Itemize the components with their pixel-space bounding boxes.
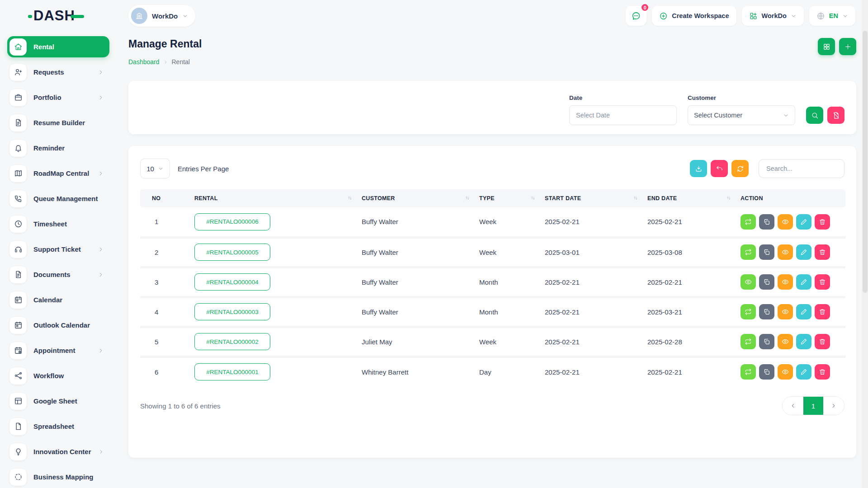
sidebar-item-resume-builder[interactable]: Resume Builder	[7, 112, 109, 133]
action-pencil-button[interactable]	[796, 214, 811, 230]
date-filter-input[interactable]	[569, 105, 677, 125]
rental-id-badge[interactable]: #RENTALO000002	[194, 333, 270, 350]
app-switcher-button[interactable]: WorkDo	[742, 6, 804, 26]
sort-icon[interactable]	[726, 195, 732, 202]
action-pencil-button[interactable]	[796, 334, 811, 349]
language-selector[interactable]: EN	[809, 6, 855, 26]
sidebar-item-timesheet[interactable]: Timesheet	[7, 213, 109, 235]
sidebar-item-label: Queue Management	[33, 195, 98, 202]
action-repeat-button[interactable]	[741, 244, 756, 260]
customer-filter-select[interactable]: Select Customer	[688, 105, 795, 125]
action-eye-button[interactable]	[778, 364, 793, 380]
column-header-end-date: END DATE	[647, 189, 741, 207]
table-search-input[interactable]	[759, 159, 844, 178]
pencil-icon	[800, 218, 807, 225]
action-pencil-button[interactable]	[796, 304, 811, 319]
rental-id-badge[interactable]: #RENTALO000001	[194, 363, 270, 380]
action-copy-button[interactable]	[759, 364, 774, 380]
row-actions	[741, 334, 845, 349]
create-workspace-button[interactable]: Create Workspace	[652, 6, 736, 26]
action-eye-button[interactable]	[741, 274, 756, 290]
action-pencil-button[interactable]	[796, 244, 811, 260]
sidebar-item-calendar[interactable]: Calendar	[7, 289, 109, 310]
rental-id-badge[interactable]: #RENTALO000003	[194, 303, 270, 320]
table-row: 6 #RENTALO000001 Whitney Barrett Day 202…	[140, 357, 845, 386]
action-repeat-button[interactable]	[741, 334, 756, 349]
action-repeat-button[interactable]	[741, 304, 756, 319]
undo-button[interactable]	[711, 160, 728, 177]
sidebar-item-roadmap-central[interactable]: RoadMap Central	[7, 163, 109, 184]
create-workspace-label: Create Workspace	[672, 12, 729, 19]
sidebar-item-google-sheet[interactable]: Google Sheet	[7, 390, 109, 412]
sidebar-item-requests[interactable]: Requests	[7, 61, 109, 83]
export-button[interactable]	[690, 160, 707, 177]
type-cell: Week	[479, 207, 545, 237]
action-pencil-button[interactable]	[796, 274, 811, 290]
column-header-start-date: START DATE	[545, 189, 647, 207]
sidebar-item-innovation-center[interactable]: Innovation Center	[7, 441, 109, 462]
action-copy-button[interactable]	[759, 244, 774, 260]
rental-id-badge[interactable]: #RENTALO000005	[194, 244, 270, 261]
action-copy-button[interactable]	[759, 274, 774, 290]
sort-icon[interactable]	[347, 195, 354, 202]
action-pencil-button[interactable]	[796, 364, 811, 380]
customer-cell: Buffy Walter	[362, 267, 479, 297]
app-logo[interactable]: DASH	[7, 0, 109, 32]
clear-filter-button[interactable]	[827, 107, 844, 124]
action-eye-button[interactable]	[778, 244, 793, 260]
action-eye-button[interactable]	[778, 304, 793, 319]
end-date-cell: 2025-02-21	[647, 267, 741, 297]
bell-icon	[9, 140, 27, 157]
sidebar-item-outlook-calendar[interactable]: Outlook Calendar	[7, 314, 109, 336]
action-trash-button[interactable]	[815, 244, 830, 260]
customer-cell: Buffy Walter	[362, 297, 479, 327]
action-trash-button[interactable]	[815, 334, 830, 349]
sidebar-item-portfolio[interactable]: Portfolio	[7, 87, 109, 108]
sort-icon[interactable]	[632, 195, 639, 202]
action-repeat-button[interactable]	[741, 214, 756, 230]
pagination-next-button[interactable]	[823, 397, 844, 415]
sort-icon[interactable]	[530, 195, 537, 202]
sidebar-item-queue-management[interactable]: Queue Management	[7, 188, 109, 209]
rental-id-badge[interactable]: #RENTALO000006	[194, 213, 270, 230]
sidebar-item-business-mapping[interactable]: Business Mapping	[7, 466, 109, 488]
action-trash-button[interactable]	[815, 274, 830, 290]
apply-filter-button[interactable]	[806, 107, 823, 124]
action-eye-button[interactable]	[778, 214, 793, 230]
action-copy-button[interactable]	[759, 214, 774, 230]
customer-cell: Juliet May	[362, 327, 479, 357]
action-trash-button[interactable]	[815, 214, 830, 230]
action-eye-button[interactable]	[778, 334, 793, 349]
eye-icon	[782, 308, 789, 315]
sidebar-item-rental[interactable]: Rental	[7, 36, 109, 57]
workspace-selector[interactable]: WorkDo	[128, 5, 195, 27]
grid-view-button[interactable]	[818, 38, 835, 55]
sidebar-item-support-ticket[interactable]: Support Ticket	[7, 239, 109, 260]
action-copy-button[interactable]	[759, 304, 774, 319]
sort-icon[interactable]	[464, 195, 471, 202]
sidebar-item-documents[interactable]: Documents	[7, 264, 109, 285]
sidebar-item-spreadsheet[interactable]: Spreadsheet	[7, 416, 109, 437]
row-number: 6	[140, 357, 194, 386]
trash-icon	[819, 308, 826, 315]
action-copy-button[interactable]	[759, 334, 774, 349]
action-repeat-button[interactable]	[741, 364, 756, 380]
entries-per-page-select[interactable]: 10	[140, 159, 170, 178]
page-scrollbar[interactable]	[862, 0, 868, 488]
breadcrumb-dashboard-link[interactable]: Dashboard	[128, 58, 160, 66]
scrollbar-thumb[interactable]	[863, 31, 868, 293]
sidebar-item-workflow[interactable]: Workflow	[7, 365, 109, 386]
action-trash-button[interactable]	[815, 364, 830, 380]
chat-icon	[631, 11, 641, 21]
refresh-button[interactable]	[731, 160, 749, 177]
sidebar-item-appointment[interactable]: Appointment	[7, 340, 109, 361]
action-eye-button[interactable]	[778, 274, 793, 290]
messages-button[interactable]: 0	[626, 6, 646, 26]
add-rental-button[interactable]	[839, 38, 856, 55]
rental-id-badge[interactable]: #RENTALO000004	[194, 273, 270, 291]
table-row: 2 #RENTALO000005 Buffy Walter Week 2025-…	[140, 237, 845, 267]
pagination-page-1[interactable]: 1	[803, 397, 823, 415]
action-trash-button[interactable]	[815, 304, 830, 319]
pagination-prev-button[interactable]	[783, 397, 803, 415]
sidebar-item-reminder[interactable]: Reminder	[7, 137, 109, 159]
